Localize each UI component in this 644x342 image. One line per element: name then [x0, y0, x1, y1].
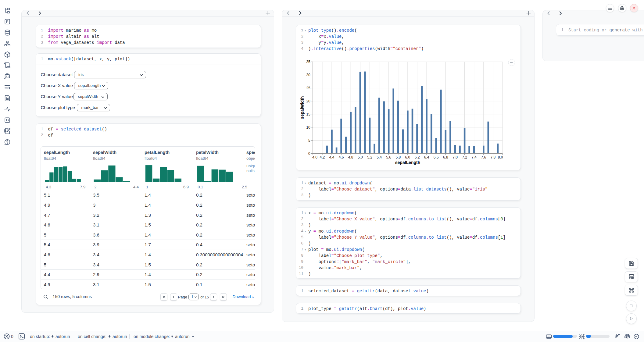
svg-text:7.4: 7.4: [471, 155, 477, 159]
svg-text:8.0: 8.0: [498, 155, 503, 159]
svg-text:0: 0: [308, 151, 310, 156]
svg-text:20: 20: [306, 99, 310, 103]
svg-text:30: 30: [306, 73, 310, 77]
svg-text:7.6: 7.6: [481, 155, 486, 159]
svg-text:4.2: 4.2: [320, 155, 325, 159]
svg-text:10: 10: [306, 125, 310, 130]
svg-text:5.8: 5.8: [395, 155, 401, 159]
svg-text:6.8: 6.8: [443, 155, 448, 159]
svg-text:15: 15: [306, 112, 310, 116]
svg-text:7.2: 7.2: [462, 155, 467, 159]
svg-text:4.8: 4.8: [348, 155, 353, 159]
svg-text:7.8: 7.8: [491, 155, 496, 159]
svg-text:7.0: 7.0: [453, 155, 458, 159]
svg-text:5.0: 5.0: [358, 155, 363, 159]
svg-text:6.2: 6.2: [415, 155, 420, 159]
svg-text:sepalWidth: sepalWidth: [300, 96, 305, 119]
svg-text:5.4: 5.4: [377, 155, 382, 159]
svg-text:6.4: 6.4: [424, 155, 429, 159]
svg-text:4.0: 4.0: [312, 155, 317, 159]
svg-text:5.6: 5.6: [386, 155, 391, 159]
svg-text:6.6: 6.6: [434, 155, 439, 159]
svg-text:25: 25: [306, 86, 310, 90]
svg-text:4.6: 4.6: [339, 155, 344, 159]
svg-text:5: 5: [308, 138, 310, 143]
svg-text:4.4: 4.4: [329, 155, 335, 159]
svg-text:6.0: 6.0: [405, 155, 410, 159]
svg-text:sepalLength: sepalLength: [395, 160, 420, 165]
svg-text:5.2: 5.2: [367, 155, 372, 159]
svg-text:35: 35: [306, 60, 310, 64]
